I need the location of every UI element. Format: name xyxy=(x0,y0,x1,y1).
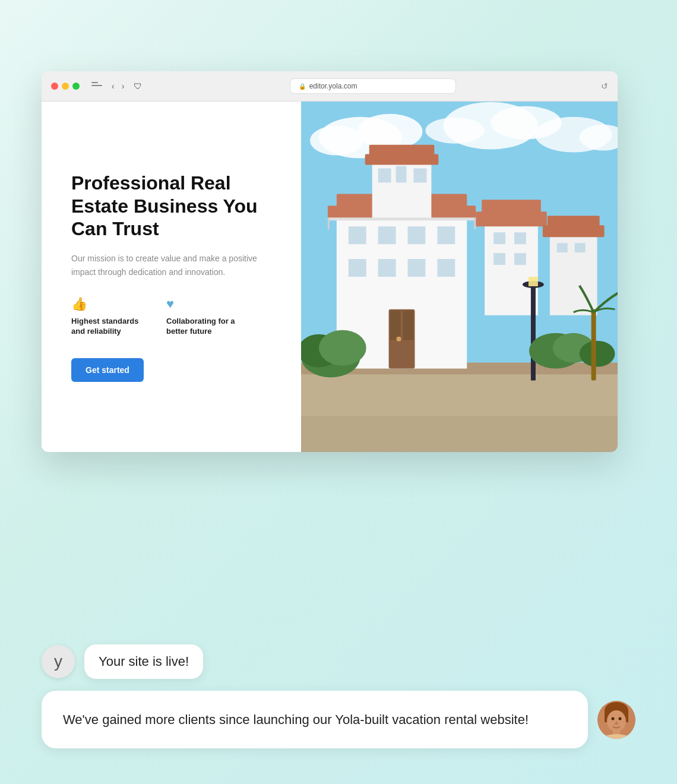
maximize-button[interactable] xyxy=(72,83,80,90)
chat-bubble-1-text: Your site is live! xyxy=(99,654,189,669)
svg-rect-47 xyxy=(327,217,329,229)
svg-rect-33 xyxy=(396,166,406,183)
website-right-panel xyxy=(301,102,618,452)
browser-window: ‹ › 🛡 🔒 editor.yola.com ↺ Professional R… xyxy=(42,71,618,452)
hero-title: Professional Real Estate Business You Ca… xyxy=(71,172,271,240)
svg-point-65 xyxy=(612,717,615,720)
svg-point-6 xyxy=(425,118,485,144)
svg-rect-41 xyxy=(437,259,455,277)
svg-rect-38 xyxy=(348,259,366,277)
chat-row-1: y Your site is live! xyxy=(42,644,635,679)
hero-subtitle: Our mission is to create value and make … xyxy=(71,252,271,279)
chat-bubble-1: Your site is live! xyxy=(84,644,203,679)
svg-rect-40 xyxy=(407,259,425,277)
minimize-button[interactable] xyxy=(62,83,69,90)
feature-item-2: ♥ Collaborating for a better future xyxy=(166,296,238,337)
svg-rect-11 xyxy=(301,375,618,422)
house-image xyxy=(301,102,618,452)
user-avatar-svg xyxy=(597,701,635,739)
chat-section: y Your site is live! We've gained more c… xyxy=(42,644,635,748)
address-bar-container: 🔒 editor.yola.com xyxy=(151,78,594,94)
security-shield-icon: 🛡 xyxy=(134,81,142,91)
user-avatar xyxy=(597,701,635,739)
reload-button[interactable]: ↺ xyxy=(601,81,608,91)
svg-rect-32 xyxy=(413,169,426,183)
svg-rect-36 xyxy=(407,226,425,244)
features-section: 👍 Highest standards and reliability ♥ Co… xyxy=(71,296,271,337)
back-button[interactable]: ‹ xyxy=(109,80,117,92)
svg-rect-17 xyxy=(514,232,526,244)
svg-rect-39 xyxy=(378,259,396,277)
svg-rect-37 xyxy=(437,226,455,244)
svg-rect-49 xyxy=(530,286,535,381)
svg-rect-13 xyxy=(485,220,538,315)
forward-button[interactable]: › xyxy=(119,80,127,92)
get-started-button[interactable]: Get started xyxy=(71,358,144,382)
svg-rect-35 xyxy=(378,226,396,244)
chat-bubble-2: We've gained more clients since launchin… xyxy=(42,691,588,748)
svg-rect-18 xyxy=(493,253,505,265)
house-scene-svg xyxy=(301,102,618,452)
nav-arrows: ‹ › xyxy=(109,80,126,92)
chat-row-2: We've gained more clients since launchin… xyxy=(42,691,635,748)
chat-bubble-2-text: We've gained more clients since launchin… xyxy=(63,712,529,727)
svg-point-57 xyxy=(579,341,615,367)
svg-rect-23 xyxy=(556,243,567,252)
sidebar-toggle-icon[interactable] xyxy=(91,82,102,90)
svg-rect-46 xyxy=(327,217,475,220)
thumbs-up-icon: 👍 xyxy=(71,296,143,312)
svg-rect-44 xyxy=(403,311,413,340)
website-left-panel: Professional Real Estate Business You Ca… xyxy=(42,102,301,452)
yola-letter: y xyxy=(54,652,62,671)
svg-rect-30 xyxy=(369,145,434,157)
browser-toolbar: ‹ › 🛡 🔒 editor.yola.com ↺ xyxy=(42,71,618,102)
feature-label-2: Collaborating for a better future xyxy=(166,317,238,337)
svg-rect-51 xyxy=(528,277,537,286)
svg-rect-43 xyxy=(390,311,400,340)
website-content: Professional Real Estate Business You Ca… xyxy=(42,102,618,452)
svg-rect-16 xyxy=(493,232,505,244)
feature-item-1: 👍 Highest standards and reliability xyxy=(71,296,143,337)
svg-point-3 xyxy=(309,126,363,156)
svg-rect-58 xyxy=(301,416,618,451)
lock-icon: 🔒 xyxy=(299,83,306,90)
svg-point-45 xyxy=(396,337,401,342)
address-bar[interactable]: 🔒 editor.yola.com xyxy=(290,78,456,94)
svg-rect-15 xyxy=(482,200,541,214)
svg-rect-24 xyxy=(574,243,585,252)
address-text: editor.yola.com xyxy=(309,82,358,90)
yola-avatar: y xyxy=(42,645,75,678)
close-button[interactable] xyxy=(51,83,58,90)
feature-label-1: Highest standards and reliability xyxy=(71,317,143,337)
svg-rect-22 xyxy=(547,216,599,227)
svg-rect-59 xyxy=(591,309,596,381)
svg-rect-19 xyxy=(514,253,526,265)
svg-rect-34 xyxy=(348,226,366,244)
svg-rect-31 xyxy=(378,169,391,183)
svg-point-2 xyxy=(357,114,422,150)
browser-controls xyxy=(91,82,102,90)
traffic-lights xyxy=(51,83,80,90)
svg-rect-48 xyxy=(474,217,476,229)
svg-point-66 xyxy=(619,717,622,720)
heart-icon: ♥ xyxy=(166,296,238,312)
svg-point-54 xyxy=(318,330,366,366)
